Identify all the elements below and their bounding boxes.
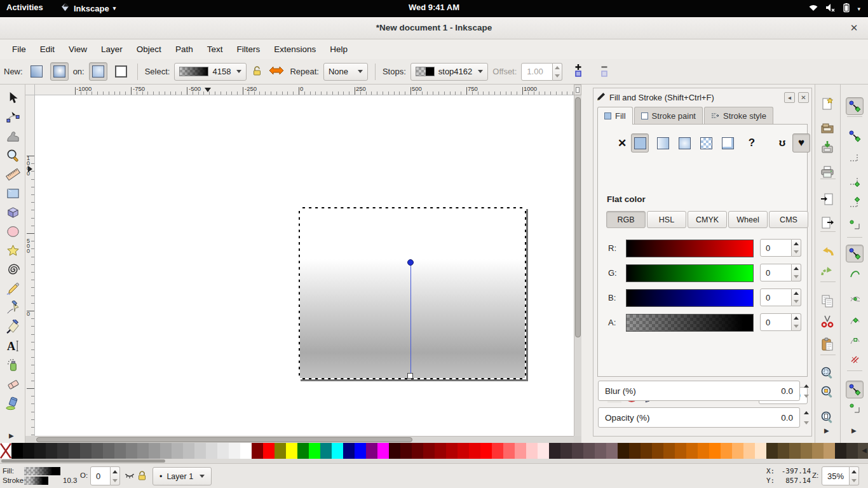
gradient-handle-line[interactable] (410, 262, 411, 376)
color-mode-cms[interactable]: CMS (769, 211, 808, 228)
gradient-on-fill-button[interactable] (89, 62, 107, 81)
palette-swatch[interactable] (263, 443, 275, 459)
palette-swatch[interactable] (560, 443, 572, 459)
palette-swatch[interactable] (57, 443, 69, 459)
opacity-spin-buttons[interactable] (801, 407, 811, 428)
snap-bbox-centers-icon[interactable] (846, 216, 864, 234)
snap-text-anchors-icon[interactable] (846, 350, 864, 368)
tool-node-editor[interactable] (4, 109, 21, 125)
palette-swatch[interactable] (172, 443, 183, 459)
channel-slider-b[interactable] (626, 289, 754, 307)
palette-swatch[interactable] (183, 443, 194, 459)
channel-slider-r[interactable] (626, 240, 754, 257)
window-close-button[interactable]: ✕ (848, 22, 860, 34)
palette-swatch[interactable] (686, 443, 698, 459)
palette-swatch[interactable] (732, 443, 743, 459)
paint-type-fill-rule-evenodd[interactable]: ʊ (773, 133, 791, 152)
channel-spin-buttons[interactable] (792, 313, 801, 331)
command-import-document-icon[interactable] (818, 191, 836, 208)
command-export-document-icon[interactable] (818, 214, 836, 232)
snap-bbox-edges-icon[interactable] (846, 148, 864, 166)
reverse-gradient-icon[interactable] (269, 65, 284, 78)
tool-eraser[interactable] (4, 376, 21, 392)
paint-type-unknown-paint[interactable]: ? (743, 133, 761, 152)
snap-smooth-nodes-icon[interactable] (846, 331, 864, 349)
snap-path-intersections-icon[interactable] (846, 290, 864, 308)
palette-swatch[interactable] (503, 443, 515, 459)
palette-swatch[interactable] (137, 443, 149, 459)
palette-swatch[interactable] (366, 443, 377, 459)
stops-dropdown[interactable]: stop4162 (410, 63, 489, 81)
scrollbar-thumb[interactable] (575, 97, 581, 337)
menu-help[interactable]: Help (323, 41, 355, 57)
snap-bar-expander[interactable]: ▶ (851, 427, 857, 434)
offset-spinner[interactable]: 1.00 (521, 63, 562, 81)
menu-edit[interactable]: Edit (33, 41, 62, 57)
menu-path[interactable]: Path (168, 41, 200, 57)
palette-swatch[interactable] (492, 443, 503, 459)
palette-swatch[interactable] (458, 443, 469, 459)
palette-swatch[interactable] (320, 443, 332, 459)
palette-swatch[interactable] (240, 443, 252, 459)
palette-swatch[interactable] (515, 443, 526, 459)
palette-swatch[interactable] (572, 443, 583, 459)
app-menu-button[interactable]: Inkscape ▾ (60, 3, 116, 14)
tool-calligraphy[interactable] (4, 318, 21, 335)
palette-swatch[interactable] (709, 443, 721, 459)
palette-swatch[interactable] (46, 443, 57, 459)
vertical-scrollbar[interactable] (574, 95, 581, 436)
tool-selector[interactable] (4, 90, 21, 106)
gradient-end-handle[interactable] (407, 373, 413, 379)
horizontal-scrollbar[interactable] (35, 436, 574, 443)
paint-type-no-paint[interactable]: ✕ (613, 133, 631, 152)
tool-measure[interactable] (4, 166, 21, 182)
palette-swatch[interactable] (194, 443, 206, 459)
fill-indicator-swatch[interactable] (24, 467, 60, 475)
tool-spiral[interactable] (4, 261, 21, 278)
tab-fill[interactable]: Fill (597, 107, 633, 125)
palette-swatch[interactable] (252, 443, 263, 459)
paint-type-swatch[interactable] (719, 133, 736, 152)
tool-paint-bucket[interactable] (4, 395, 21, 411)
command-new-document-icon[interactable] (818, 95, 836, 113)
menu-extensions[interactable]: Extensions (267, 41, 323, 57)
palette-swatch[interactable] (355, 443, 366, 459)
layer-visibility-icon[interactable] (125, 471, 135, 481)
palette-swatch[interactable] (480, 443, 492, 459)
palette-swatch[interactable] (778, 443, 789, 459)
gradient-select-dropdown[interactable]: 4158 (174, 63, 247, 81)
command-copy-icon[interactable] (818, 292, 836, 310)
command-save-document-icon[interactable] (818, 139, 836, 156)
tool-text[interactable]: A (4, 337, 21, 354)
panel-close-button[interactable]: ✕ (798, 92, 809, 103)
palette-swatch[interactable] (11, 443, 23, 459)
palette-swatch[interactable] (652, 443, 663, 459)
command-zoom-selection-icon[interactable] (818, 364, 836, 382)
scrollbar-thumb[interactable] (1, 459, 165, 463)
channel-spin-buttons[interactable] (792, 288, 801, 306)
palette-swatch[interactable] (743, 443, 755, 459)
channel-spin-buttons[interactable] (792, 239, 801, 257)
layer-lock-icon[interactable] (137, 470, 147, 482)
palette-swatch[interactable] (389, 443, 400, 459)
snap-master-icon[interactable] (846, 97, 864, 115)
sticky-zoom-button[interactable] (574, 85, 581, 95)
palette-swatch[interactable] (721, 443, 732, 459)
tool-box-3d[interactable] (4, 204, 21, 220)
tool-ellipse[interactable] (4, 223, 21, 240)
command-paste-icon[interactable] (818, 336, 836, 353)
palette-scrollbar[interactable] (0, 459, 868, 463)
palette-swatch[interactable] (400, 443, 412, 459)
tool-zoom[interactable] (4, 147, 21, 163)
paint-type-radial-gradient[interactable] (675, 133, 693, 152)
object-opacity-value[interactable]: 0 (90, 466, 111, 485)
palette-swatch[interactable] (92, 443, 103, 459)
channel-slider-g[interactable] (626, 264, 754, 282)
canvas[interactable] (35, 95, 574, 436)
delete-stop-icon[interactable] (598, 63, 611, 80)
palette-swatch[interactable] (149, 443, 160, 459)
zoom-spin-buttons[interactable] (850, 466, 859, 485)
palette-swatch[interactable] (801, 443, 812, 459)
palette-swatch[interactable] (606, 443, 618, 459)
palette-swatch[interactable] (766, 443, 778, 459)
